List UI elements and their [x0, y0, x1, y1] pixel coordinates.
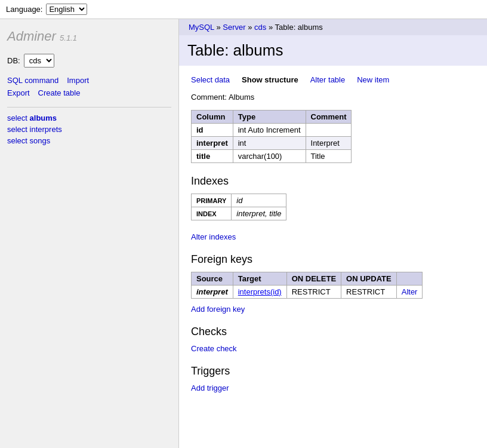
table-row: interpret int Interpret [192, 137, 352, 150]
main-content: MySQL » Server » cds » Table: albums Tab… [179, 19, 487, 448]
col-comment-id [306, 124, 352, 137]
col-header-comment: Comment [306, 111, 352, 124]
language-select[interactable]: English Czech Slovak German French [46, 4, 87, 15]
sidebar-create-table[interactable]: Create table [38, 88, 81, 97]
sidebar-export[interactable]: Export [7, 88, 30, 97]
sidebar: Adminer 5.1.1 DB: cds SQL command Import… [0, 19, 179, 448]
tab-show-structure: Show structure [242, 75, 298, 84]
breadcrumb-mysql[interactable]: MySQL [189, 23, 214, 32]
breadcrumb-current: Table: albums [275, 23, 323, 32]
fk-target-link[interactable]: interprets(id) [238, 287, 282, 296]
columns-table: Column Type Comment id int Auto Incremen… [191, 110, 352, 163]
sidebar-import[interactable]: Import [67, 76, 89, 85]
sidebar-divider [7, 107, 171, 108]
index-cols-primary: id [232, 194, 286, 207]
col-type-id: int Auto Increment [233, 124, 306, 137]
fk-header-on-delete: ON DELETE [286, 272, 341, 286]
foreign-keys-table: Source Target ON DELETE ON UPDATE interp… [191, 272, 423, 299]
col-comment-title: Title [306, 150, 352, 163]
fk-alter-cell: Alter [396, 286, 423, 299]
list-item: select albums [7, 113, 171, 122]
tab-select-data[interactable]: Select data [191, 75, 230, 84]
fk-alter-link[interactable]: Alter [402, 287, 418, 296]
col-header-column: Column [192, 111, 233, 124]
checks-section-title: Checks [191, 326, 475, 338]
index-cols-index: interpret, title [232, 207, 286, 220]
col-name-id: id [196, 125, 204, 134]
sidebar-tables: select albums select interprets select s… [7, 113, 171, 145]
fk-header-target: Target [233, 272, 286, 286]
sidebar-sql-command[interactable]: SQL command [7, 76, 58, 85]
fk-header-on-update: ON UPDATE [341, 272, 397, 286]
breadcrumb-server[interactable]: Server [223, 23, 245, 32]
sidebar-nav-1: SQL command Import [7, 76, 171, 85]
add-foreign-key-link[interactable]: Add foreign key [191, 305, 245, 314]
triggers-section-title: Triggers [191, 365, 475, 378]
add-trigger-link[interactable]: Add trigger [191, 383, 229, 392]
table-row: title varchar(100) Title [192, 150, 352, 163]
fk-target: interprets(id) [233, 286, 286, 299]
tab-alter-table[interactable]: Alter table [310, 75, 346, 84]
fk-header-action [396, 272, 423, 286]
col-type-title: varchar(100) [233, 150, 306, 163]
fk-source: interpret [192, 286, 233, 299]
index-type-primary: PRIMARY [192, 194, 232, 207]
fk-header-source: Source [192, 272, 233, 286]
indexes-section-title: Indexes [191, 175, 475, 188]
breadcrumb: MySQL » Server » cds » Table: albums [179, 19, 487, 35]
breadcrumb-cds[interactable]: cds [254, 23, 266, 32]
list-item: select songs [7, 136, 171, 145]
page-title: Table: albums [179, 35, 487, 66]
language-label: Language: [6, 5, 42, 14]
tab-new-item[interactable]: New item [357, 75, 389, 84]
sidebar-item-interprets[interactable]: select interprets [7, 125, 171, 134]
table-row: id int Auto Increment [192, 124, 352, 137]
list-item: select interprets [7, 125, 171, 134]
db-label: DB: [7, 56, 20, 65]
col-header-type: Type [233, 111, 306, 124]
sidebar-item-albums[interactable]: select albums [7, 113, 171, 122]
table-row: interpret interprets(id) RESTRICT RESTRI… [192, 286, 423, 299]
sidebar-nav-2: Export Create table [7, 88, 171, 97]
alter-indexes-link[interactable]: Alter indexes [191, 232, 236, 241]
db-select[interactable]: cds [24, 54, 54, 67]
col-type-interpret: int [233, 137, 306, 150]
col-name-interpret: interpret [196, 139, 228, 148]
col-comment-interpret: Interpret [306, 137, 352, 150]
table-row: PRIMARY id [192, 194, 286, 207]
indexes-table: PRIMARY id INDEX interpret, title [191, 194, 286, 220]
table-row: INDEX interpret, title [192, 207, 286, 220]
table-comment: Comment: Albums [191, 93, 475, 102]
fk-on-delete: RESTRICT [286, 286, 341, 299]
db-row: DB: cds [7, 54, 171, 67]
top-bar: Language: English Czech Slovak German Fr… [0, 0, 487, 19]
app-title: Adminer 5.1.1 [7, 29, 77, 44]
create-check-link[interactable]: Create check [191, 344, 237, 353]
tab-nav: Select data Show structure Alter table N… [191, 75, 475, 84]
col-name-title: title [196, 152, 210, 161]
index-type-index: INDEX [192, 207, 232, 220]
fk-on-update: RESTRICT [341, 286, 397, 299]
sidebar-item-songs[interactable]: select songs [7, 136, 171, 145]
fk-section-title: Foreign keys [191, 253, 475, 266]
